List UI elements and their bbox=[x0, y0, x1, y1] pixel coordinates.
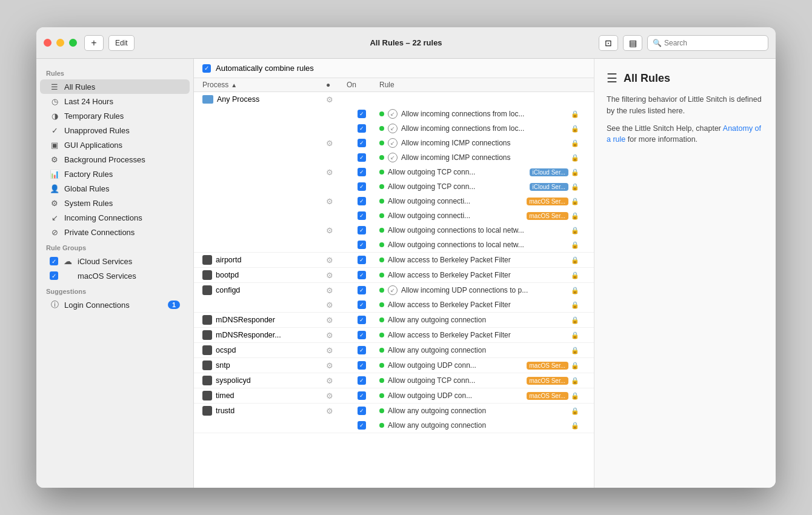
on-check[interactable]: ✓ bbox=[358, 110, 366, 118]
table-row[interactable]: ✓ ↙ Allow incoming ICMP connections 🔒 bbox=[194, 150, 594, 165]
sidebar-item-factory[interactable]: 📊 Factory Rules bbox=[40, 167, 190, 181]
rule-tag-macos: macOS Ser... bbox=[527, 198, 568, 205]
table-row[interactable]: ✓ Allow outgoing connections to local ne… bbox=[194, 238, 594, 252]
sidebar-item-system[interactable]: ⚙ System Rules bbox=[40, 196, 190, 210]
gear-rule-icon[interactable]: ⚙ bbox=[326, 301, 344, 310]
chart-icon: 📊 bbox=[50, 169, 59, 179]
sidebar-item-login[interactable]: ⓘ Login Connections 1 bbox=[40, 297, 190, 312]
process-label-mdns2: mDNSResponder... bbox=[216, 331, 281, 339]
on-check[interactable]: ✓ bbox=[358, 211, 366, 220]
gear-configd-icon[interactable]: ⚙ bbox=[326, 286, 344, 295]
gear-airportd-icon[interactable]: ⚙ bbox=[326, 256, 344, 265]
process-row-airportd[interactable]: airportd ⚙ ✓ Allow access to Berkeley Pa… bbox=[194, 253, 594, 267]
process-row-mdns[interactable]: mDNSResponder ⚙ ✓ Allow any outgoing con… bbox=[194, 313, 594, 327]
gear-ocspd-icon[interactable]: ⚙ bbox=[326, 346, 344, 355]
on-check[interactable]: ✓ bbox=[358, 361, 366, 370]
combine-checkbox[interactable]: ✓ bbox=[202, 64, 211, 73]
icloud-checkbox[interactable]: ✓ bbox=[50, 257, 58, 265]
table-row[interactable]: ⚙ ✓ Allow access to Berkeley Packet Filt… bbox=[194, 297, 594, 312]
on-check[interactable]: ✓ bbox=[358, 316, 366, 324]
sidebar-item-temporary[interactable]: ◑ Temporary Rules bbox=[40, 108, 190, 123]
fullscreen-button[interactable] bbox=[69, 39, 77, 47]
minimize-button[interactable] bbox=[56, 39, 64, 47]
gear-sntp-icon[interactable]: ⚙ bbox=[326, 361, 344, 370]
gear-mdns-icon[interactable]: ⚙ bbox=[326, 316, 344, 325]
gear-rule-icon[interactable]: ⚙ bbox=[326, 226, 344, 235]
on-check[interactable]: ✓ bbox=[358, 139, 366, 147]
table-row[interactable]: ⚙ ✓ Allow outgoing connecti... macOS Ser… bbox=[194, 194, 594, 208]
on-check[interactable]: ✓ bbox=[358, 241, 366, 249]
sidebar-item-incoming[interactable]: ↙ Incoming Connections bbox=[40, 210, 190, 225]
edit-button[interactable]: Edit bbox=[108, 35, 135, 51]
sidebar-item-icloud[interactable]: ✓ ☁ iCloud Services bbox=[40, 254, 190, 268]
search-bar[interactable]: 🔍 bbox=[647, 35, 768, 51]
group-sntp: sntp ⚙ ✓ Allow outgoing UDP conn... macO… bbox=[194, 358, 594, 373]
incoming-icon: ↙ bbox=[388, 124, 398, 133]
on-check[interactable]: ✓ bbox=[358, 376, 366, 385]
sidebar-label-all-rules: All Rules bbox=[64, 82, 180, 91]
process-row-mdns2[interactable]: mDNSResponder... ⚙ ✓ Allow access to Ber… bbox=[194, 328, 594, 342]
close-button[interactable] bbox=[44, 39, 52, 47]
on-check[interactable]: ✓ bbox=[358, 168, 366, 176]
process-row-bootpd[interactable]: bootpd ⚙ ✓ Allow access to Berkeley Pack… bbox=[194, 268, 594, 282]
add-rule-button[interactable]: + bbox=[84, 35, 104, 51]
process-row-sntp[interactable]: sntp ⚙ ✓ Allow outgoing UDP conn... macO… bbox=[194, 358, 594, 373]
table-row[interactable]: ✓ Allow any outgoing connection 🔒 bbox=[194, 418, 594, 433]
on-check[interactable]: ✓ bbox=[358, 331, 366, 339]
table-row[interactable]: ✓ ↙ Allow incoming connections from loc.… bbox=[194, 121, 594, 136]
on-check[interactable]: ✓ bbox=[358, 346, 366, 354]
table-row[interactable]: ⚙ ✓ Allow outgoing connections to local … bbox=[194, 223, 594, 238]
rule-cell: Allow access to Berkeley Packet Filter bbox=[379, 271, 568, 279]
search-input[interactable] bbox=[664, 39, 763, 47]
on-check[interactable]: ✓ bbox=[358, 124, 366, 133]
gear-trustd-icon[interactable]: ⚙ bbox=[326, 407, 344, 416]
rules-section-label: Rules bbox=[36, 65, 193, 79]
table-row[interactable]: ✓ Allow outgoing TCP conn... iCloud Ser.… bbox=[194, 179, 594, 194]
on-check[interactable]: ✓ bbox=[358, 421, 366, 430]
process-row-syspolicyd[interactable]: syspolicyd ⚙ ✓ Allow outgoing TCP conn..… bbox=[194, 373, 594, 388]
sidebar-item-background[interactable]: ⚙ Background Processes bbox=[40, 152, 190, 167]
on-check[interactable]: ✓ bbox=[358, 286, 366, 294]
gear-rule-icon[interactable]: ⚙ bbox=[326, 197, 344, 206]
on-check[interactable]: ✓ bbox=[358, 153, 366, 162]
on-check[interactable]: ✓ bbox=[358, 182, 366, 191]
rule-text: Allow outgoing TCP conn... bbox=[388, 182, 526, 191]
macos-checkbox[interactable]: ✓ bbox=[50, 271, 58, 280]
gear-mdns2-icon[interactable]: ⚙ bbox=[326, 331, 344, 340]
gear-timed-icon[interactable]: ⚙ bbox=[326, 391, 344, 400]
sidebar-item-unapproved[interactable]: ✓ Unapproved Rules bbox=[40, 123, 190, 138]
table-row[interactable]: ⚙ ✓ ↙ Allow incoming ICMP connections 🔒 bbox=[194, 136, 594, 150]
on-check[interactable]: ✓ bbox=[358, 407, 366, 415]
on-check[interactable]: ✓ bbox=[358, 271, 366, 279]
sidebar-item-gui-apps[interactable]: ▣ GUI Applications bbox=[40, 138, 190, 152]
sidebar-item-all-rules[interactable]: ☰ All Rules bbox=[40, 79, 190, 94]
rule-text: Allow any outgoing connection bbox=[388, 316, 568, 324]
sidebar-item-private[interactable]: ⊘ Private Connections bbox=[40, 225, 190, 239]
expand-icon[interactable]: ⊡ bbox=[599, 35, 618, 51]
sidebar-item-last-24h[interactable]: ◷ Last 24 Hours bbox=[40, 94, 190, 108]
sidebar-item-macos[interactable]: ✓ macOS Services bbox=[40, 268, 190, 283]
process-row-timed[interactable]: timed ⚙ ✓ Allow outgoing UDP con... macO… bbox=[194, 388, 594, 403]
sidebar: Rules ☰ All Rules ◷ Last 24 Hours ◑ Temp… bbox=[36, 59, 194, 488]
table-row[interactable]: ✓ ↙ Allow incoming connections from loc.… bbox=[194, 107, 594, 121]
gear-syspolicyd-icon[interactable]: ⚙ bbox=[326, 376, 344, 385]
gear-rule-icon[interactable]: ⚙ bbox=[326, 139, 344, 148]
sidebar-item-global[interactable]: 👤 Global Rules bbox=[40, 181, 190, 196]
sidebar-toggle-icon[interactable]: ▤ bbox=[623, 35, 642, 51]
process-row-trustd[interactable]: trustd ⚙ ✓ Allow any outgoing connection… bbox=[194, 404, 594, 418]
gear-any-icon[interactable]: ⚙ bbox=[326, 95, 344, 104]
process-row-ocspd[interactable]: ocspd ⚙ ✓ Allow any outgoing connection … bbox=[194, 343, 594, 357]
on-check[interactable]: ✓ bbox=[358, 391, 366, 400]
process-row-any[interactable]: Any Process ⚙ bbox=[194, 92, 594, 107]
table-row[interactable]: ⚙ ✓ Allow outgoing TCP conn... iCloud Se… bbox=[194, 165, 594, 179]
table-row[interactable]: ✓ Allow outgoing connecti... macOS Ser..… bbox=[194, 208, 594, 223]
gear-rule-icon[interactable]: ⚙ bbox=[326, 168, 344, 177]
process-row-configd[interactable]: configd ⚙ ✓ ↙ Allow incoming UDP connect… bbox=[194, 283, 594, 297]
process-name-any: Any Process bbox=[202, 95, 324, 104]
on-check[interactable]: ✓ bbox=[358, 301, 366, 309]
process-header[interactable]: Process ▲ bbox=[202, 81, 324, 89]
on-check[interactable]: ✓ bbox=[358, 256, 366, 264]
on-check[interactable]: ✓ bbox=[358, 226, 366, 234]
on-check[interactable]: ✓ bbox=[358, 197, 366, 205]
gear-bootpd-icon[interactable]: ⚙ bbox=[326, 271, 344, 280]
